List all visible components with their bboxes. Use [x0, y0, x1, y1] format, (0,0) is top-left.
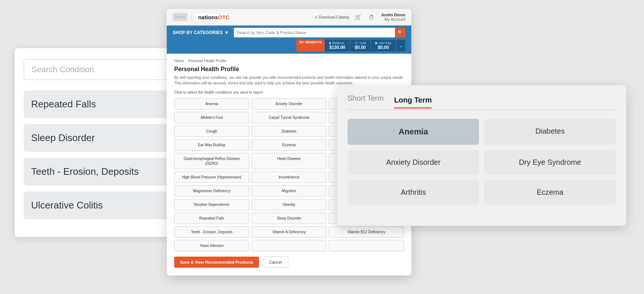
logo-placeholder: LOGO [173, 13, 187, 21]
you-pay-item: ▶ You Pay $0.00 [371, 40, 396, 51]
logo-area: LOGO | nationsOTC [173, 13, 233, 21]
long-term-conditions: AnemiaDiabetesAnxiety DisorderDry Eye Sy… [348, 119, 616, 205]
long-term-condition[interactable]: Anxiety Disorder [348, 150, 479, 175]
condition-button[interactable]: Anxiety Disorder [252, 98, 327, 110]
condition-button[interactable]: Anemia [174, 98, 249, 110]
breadcrumb-home[interactable]: Home [174, 59, 184, 63]
condition-button[interactable]: High Blood Pressure (Hypertension) [174, 171, 249, 183]
benefits-box: MY BENEFITS ▮ Balance $130.00 🛒 Cart $0.… [296, 40, 405, 51]
condition-button[interactable] [252, 240, 327, 251]
download-icon: ⇓ [315, 15, 318, 19]
cart-label: 🛒 Cart [355, 41, 366, 45]
long-term-condition[interactable]: Diabetes [484, 119, 616, 145]
back-search-box[interactable]: Search Condition [24, 59, 176, 80]
condition-button[interactable]: Ear Wax Buildup [174, 139, 249, 151]
condition-button[interactable] [329, 240, 404, 251]
action-row: Save & View Recommended Products Cancel [174, 257, 404, 268]
condition-button[interactable]: Carpal Tunnel Syndrome [252, 112, 327, 123]
product-search-input[interactable] [234, 28, 395, 37]
brand-logo: nationsOTC [195, 13, 233, 21]
cart-icon[interactable]: 🛒 [354, 13, 362, 21]
back-condition-4[interactable]: Ulcerative Colitis [24, 191, 176, 219]
condition-button[interactable]: Incontinence [252, 171, 327, 183]
download-link[interactable]: ⇓ Download Catalog [315, 15, 349, 19]
condition-button[interactable]: Repeated Falls [174, 213, 249, 224]
condition-button[interactable]: Nicotine Dependence [174, 199, 249, 210]
page-subtitle-1: By self-reporting your conditions, our s… [174, 75, 404, 86]
benefits-chevron-icon[interactable]: ⌄ [396, 40, 405, 51]
long-term-condition[interactable]: Anemia [348, 119, 479, 145]
you-pay-label: ▶ You Pay [375, 41, 391, 45]
long-term-condition[interactable]: Arthritis [348, 180, 479, 205]
condition-button[interactable]: Yeast Infection [174, 240, 249, 251]
user-info: Justin Demo My Account [381, 13, 405, 21]
nav-search-bar: 🔍 [234, 28, 405, 37]
cart-item: 🛒 Cart $0.00 [350, 40, 371, 51]
breadcrumb: Home › Personal Health Profile [174, 59, 404, 63]
breadcrumb-separator: › [186, 59, 187, 63]
cart-value: $0.00 [355, 45, 366, 50]
clock-icon[interactable]: ⏱ [368, 13, 376, 21]
back-condition-2[interactable]: Sleep Disorder [24, 124, 176, 152]
condition-button[interactable]: Heart Disease [252, 153, 327, 169]
condition-button[interactable]: Vitamin A Deficiency [252, 226, 327, 238]
condition-button[interactable]: Obesity [252, 199, 327, 210]
nav-bar: SHOP BY CATEGORIES ▼ 🔍 [167, 26, 411, 40]
condition-button[interactable]: Cough [174, 126, 249, 137]
balance-label: ▮ Balance [329, 41, 345, 45]
condition-button[interactable]: Sleep Disorder [252, 213, 327, 224]
condition-button[interactable]: Migraine [252, 185, 327, 197]
back-condition-1[interactable]: Repeated Falls [24, 90, 176, 118]
condition-button[interactable]: Teeth - Erosion, Deposits [174, 226, 249, 238]
back-condition-3[interactable]: Teeth - Erosion, Deposits [24, 158, 176, 186]
save-view-button[interactable]: Save & View Recommended Products [174, 257, 259, 268]
benefits-bar: MY BENEFITS ▮ Balance $130.00 🛒 Cart $0.… [167, 40, 411, 54]
balance-icon: ▮ [329, 41, 331, 45]
condition-button[interactable]: Gastroesophageal Reflux Disease (GERD) [174, 153, 249, 169]
tabs-row: Short Term Long Term [348, 94, 616, 110]
search-button[interactable]: 🔍 [395, 28, 405, 37]
page-title: Personal Health Profile [174, 66, 404, 73]
condition-button[interactable]: Eczema [252, 139, 327, 151]
balance-item: ▮ Balance $130.00 [325, 40, 350, 51]
browser-chrome-bar: LOGO | nationsOTC ⇓ Download Catalog 🛒 ⏱… [167, 9, 411, 26]
tab-short-term[interactable]: Short Term [348, 94, 384, 106]
long-term-condition[interactable]: Eczema [484, 180, 616, 205]
back-panel: Search Condition Repeated Falls Sleep Di… [15, 48, 185, 237]
condition-button[interactable]: Athlete's Foot [174, 112, 249, 123]
condition-button[interactable]: Magnesium Deficiency [174, 185, 249, 197]
balance-value: $130.00 [329, 45, 345, 50]
you-pay-value: $0.00 [375, 45, 391, 50]
tab-long-term[interactable]: Long Term [394, 96, 432, 108]
chrome-right: ⇓ Download Catalog 🛒 ⏱ Justin Demo My Ac… [315, 13, 405, 21]
condition-button[interactable]: Vitamin B12 Deficiency [329, 226, 404, 238]
you-pay-icon: ▶ [375, 41, 378, 45]
benefits-label: MY BENEFITS [296, 40, 325, 51]
breadcrumb-current: Personal Health Profile [188, 59, 226, 63]
chevron-down-icon: ▼ [224, 30, 229, 35]
long-term-condition[interactable]: Dry Eye Syndrome [484, 150, 616, 175]
cart-benefits-icon: 🛒 [355, 41, 359, 45]
shop-by-categories[interactable]: SHOP BY CATEGORIES ▼ [173, 30, 229, 35]
cancel-button[interactable]: Cancel [263, 257, 288, 268]
condition-button[interactable]: Diabetes [252, 126, 327, 137]
right-panel: Short Term Long Term AnemiaDiabetesAnxie… [337, 85, 626, 226]
